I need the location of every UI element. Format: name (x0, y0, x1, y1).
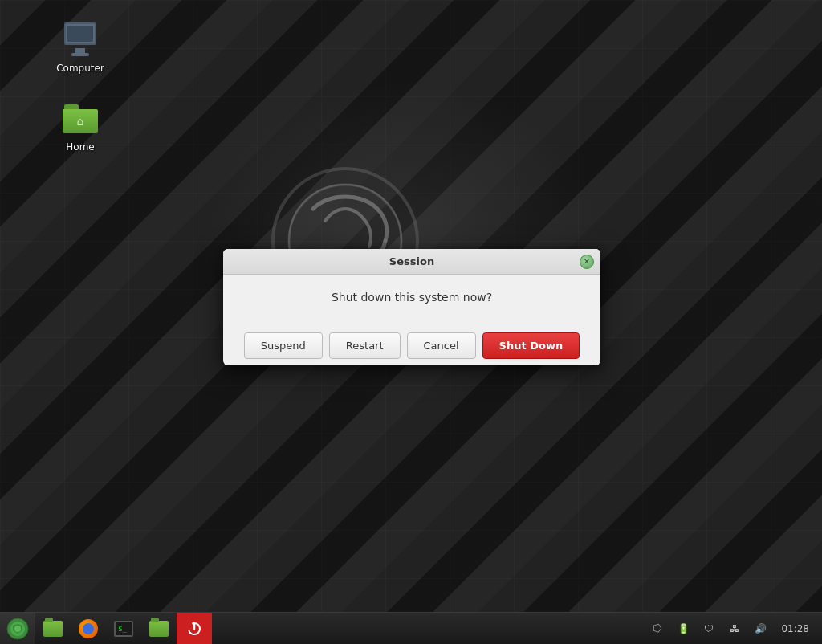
shutdown-taskbar-button[interactable] (177, 613, 212, 645)
power-icon (186, 621, 202, 637)
volume-tray-icon[interactable]: 🔊 (749, 618, 771, 640)
volume-icon: 🔊 (755, 623, 767, 634)
taskbar: $_ ⭔ (0, 612, 822, 644)
taskbar-right: ⭔ 🔋 🛡 🖧 🔊 01:28 (646, 618, 822, 640)
folder2-tab (151, 618, 159, 622)
dialog-body: Shut down this system now? (223, 275, 600, 332)
files-icon (43, 621, 63, 637)
files2-taskbar-button[interactable] (141, 613, 177, 645)
clock[interactable]: 01:28 (775, 623, 816, 634)
terminal-taskbar-button[interactable]: $_ (106, 613, 141, 645)
close-icon: ✕ (584, 257, 590, 266)
menu-button[interactable] (0, 613, 35, 645)
firefox-globe (83, 623, 94, 634)
security-tray-icon[interactable]: 🛡 (698, 618, 720, 640)
session-dialog: Session ✕ Shut down this system now? Sus… (223, 249, 600, 365)
dialog-title: Session (389, 255, 434, 267)
battery-tray-icon[interactable]: 🔋 (672, 618, 694, 640)
svg-point-4 (14, 626, 21, 632)
dialog-buttons: Suspend Restart Cancel Shut Down (223, 332, 600, 365)
terminal-icon: $_ (114, 621, 133, 637)
bluetooth-icon: ⭔ (653, 622, 662, 634)
network-icon: 🖧 (730, 623, 739, 634)
taskbar-left: $_ (0, 613, 212, 644)
dialog-close-button[interactable]: ✕ (580, 255, 594, 269)
suspend-button[interactable]: Suspend (244, 332, 323, 359)
restart-button[interactable]: Restart (329, 332, 401, 359)
network-tray-icon[interactable]: 🖧 (723, 618, 746, 640)
dialog-message: Shut down this system now? (242, 291, 581, 304)
files2-icon (149, 621, 169, 637)
dialog-titlebar: Session ✕ (223, 249, 600, 275)
terminal-prompt: $_ (118, 625, 127, 633)
files-taskbar-button[interactable] (35, 613, 71, 645)
firefox-taskbar-button[interactable] (71, 613, 106, 645)
folder-tab-small (45, 618, 53, 622)
desktop: Computer ⌂ Home Session ✕ (0, 0, 822, 644)
firefox-icon (79, 619, 98, 638)
cancel-button[interactable]: Cancel (407, 332, 476, 359)
shield-icon: 🛡 (704, 623, 714, 634)
menu-icon (6, 618, 29, 640)
shutdown-button[interactable]: Shut Down (482, 332, 580, 359)
battery-icon: 🔋 (678, 623, 690, 634)
bluetooth-tray-icon[interactable]: ⭔ (646, 618, 669, 640)
dialog-overlay: Session ✕ Shut down this system now? Sus… (0, 0, 822, 644)
